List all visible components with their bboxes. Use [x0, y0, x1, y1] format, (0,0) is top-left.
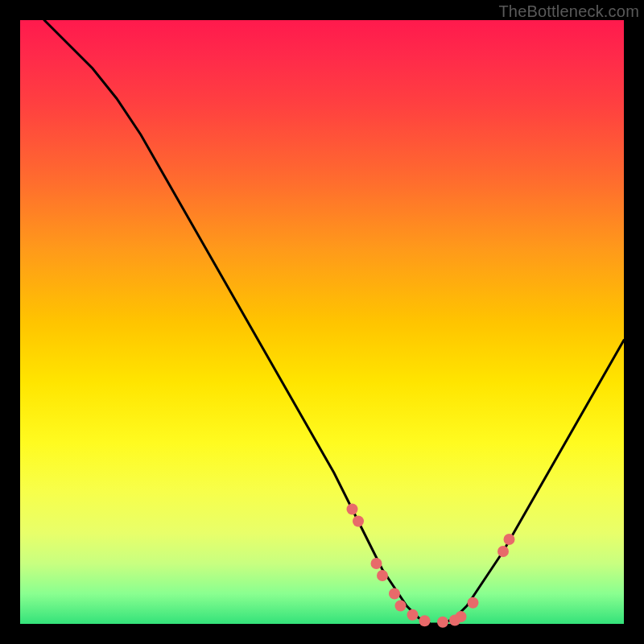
watermark-text: TheBottleneck.com — [498, 2, 639, 21]
data-point — [497, 546, 509, 557]
data-point — [353, 516, 364, 527]
data-point — [407, 609, 419, 621]
bottleneck-curve — [44, 20, 624, 624]
data-point — [347, 504, 358, 515]
data-point — [456, 611, 467, 622]
data-point — [504, 534, 515, 545]
data-point — [395, 601, 407, 612]
data-point — [389, 588, 400, 600]
data-point — [371, 558, 382, 569]
highlight-dots — [347, 504, 515, 628]
plot-area — [20, 20, 624, 624]
data-point — [468, 597, 479, 609]
chart-frame: TheBottleneck.com — [0, 0, 644, 644]
data-point — [419, 615, 431, 626]
data-point — [377, 570, 388, 581]
curve-layer — [20, 20, 624, 624]
data-point — [437, 617, 448, 628]
